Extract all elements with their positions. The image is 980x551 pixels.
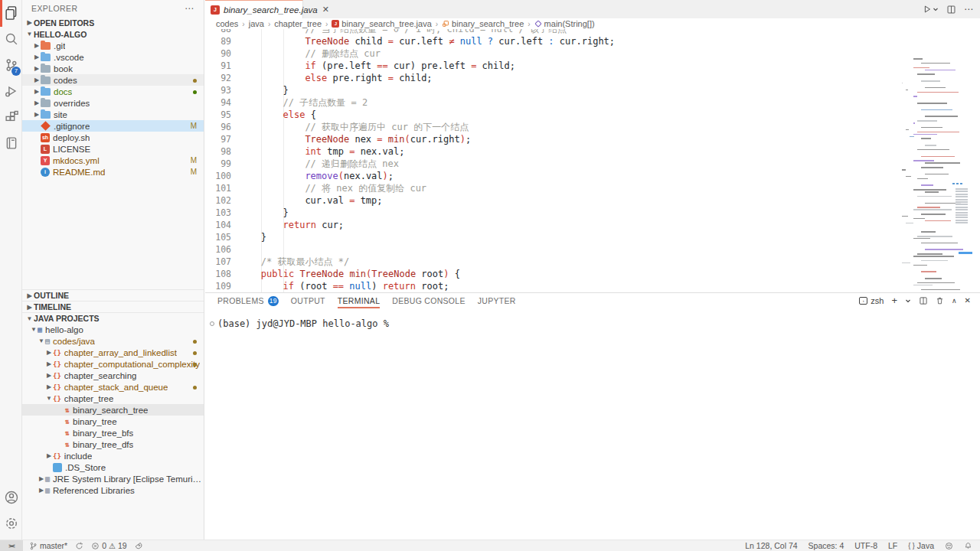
tree-item-license[interactable]: LLICENSE — [22, 143, 204, 155]
code-editor[interactable]: 88// 当子结点数量 = 0 / 1 时, child = null / 该子… — [205, 29, 980, 292]
panel-tab-jupyter[interactable]: JUPYTER — [478, 293, 516, 308]
breadcrumb-binary-search-tree[interactable]: binary_search_tree — [442, 19, 524, 28]
minimap-line — [913, 285, 933, 286]
breadcrumb-java[interactable]: java — [249, 19, 264, 28]
panel-tab-output[interactable]: OUTPUT — [291, 293, 325, 308]
minimap-line — [921, 156, 955, 158]
section-open-editors[interactable]: ▶ OPEN EDITORS — [22, 17, 204, 28]
minimap[interactable] — [911, 58, 972, 292]
run-java-button[interactable] — [922, 4, 939, 15]
new-terminal-button[interactable]: + — [891, 295, 897, 306]
sync-changes-button[interactable] — [75, 542, 83, 550]
code-line-107: 107/* 获取最小结点 */ — [205, 256, 906, 268]
split-editor-icon[interactable] — [946, 5, 956, 15]
sh-file-icon: sh — [41, 133, 50, 142]
tree-item-site[interactable]: ▶site — [22, 109, 204, 120]
eol-setting[interactable]: LF — [888, 541, 897, 550]
tree-item-book[interactable]: ▶book — [22, 63, 204, 74]
encoding-setting[interactable]: UTF-8 — [854, 541, 877, 550]
feedback-smiley-icon[interactable] — [945, 542, 953, 550]
settings-gear-icon[interactable] — [0, 510, 22, 536]
java-item-codes-java[interactable]: ▼▤codes/java — [22, 335, 204, 347]
launch-profile-dropdown[interactable]: › zsh — [859, 296, 884, 305]
java-item-chapter-searching[interactable]: ▶{}chapter_searching — [22, 370, 204, 381]
tree-item--git[interactable]: ▶.git — [22, 40, 204, 51]
folder-icon — [41, 111, 51, 119]
remote-indicator[interactable]: >< — [0, 540, 23, 551]
explorer-more-actions-icon[interactable]: ⋯ — [185, 0, 194, 17]
java-item-chapter-array-and-linkedlist[interactable]: ▶{}chapter_array_and_linkedlist — [22, 347, 204, 358]
breadcrumb-binary-search-tree-java[interactable]: Jbinary_search_tree.java — [332, 19, 431, 28]
java-item-hello-algo[interactable]: ▼▦hello-algo — [22, 324, 204, 335]
search-icon[interactable] — [0, 26, 22, 52]
tree-item-codes[interactable]: ▶codes — [22, 74, 204, 86]
section-outline[interactable]: ▶ OUTLINE — [22, 289, 204, 301]
language-mode[interactable]: { } Java — [908, 541, 934, 550]
code-line-102: 102cur.val = tmp; — [205, 194, 906, 207]
source-control-icon[interactable]: 7 — [0, 52, 22, 78]
line-number: 99 — [205, 158, 231, 170]
minimap-line — [925, 174, 949, 175]
tab-binary-search-tree[interactable]: J binary_search_tree.java ✕ — [205, 0, 303, 18]
java-item-binary-tree[interactable]: ⇅binary_tree — [22, 416, 204, 427]
trash-icon[interactable] — [936, 296, 944, 305]
java-item-include[interactable]: ▶{}include — [22, 450, 204, 461]
java-item-referenced-libraries[interactable]: ▶▥Referenced Libraries — [22, 484, 204, 496]
cursor-position[interactable]: Ln 128, Col 74 — [745, 541, 797, 550]
maximize-panel-icon[interactable]: ∧ — [952, 297, 957, 305]
account-icon[interactable] — [0, 484, 22, 510]
git-branch-status[interactable]: master* — [29, 541, 67, 550]
java-item-jre-system-library-eclipse-temurin-17-17-[interactable]: ▶▥JRE System Library [Eclipse Temurin 17… — [22, 473, 204, 484]
notebook-icon[interactable] — [0, 130, 22, 156]
notifications-bell-icon[interactable] — [964, 542, 972, 550]
indentation-setting[interactable]: Spaces: 4 — [808, 541, 844, 550]
minimap-line — [917, 253, 942, 255]
tree-item-docs[interactable]: ▶docs — [22, 86, 204, 97]
java-item-binary-tree-dfs[interactable]: ⇅binary_tree_dfs — [22, 439, 204, 450]
breadcrumb-codes[interactable]: codes — [216, 19, 238, 28]
java-item--ds-store[interactable]: .DS_Store — [22, 461, 204, 473]
tree-item-mkdocs-yml[interactable]: Ymkdocs.ymlM — [22, 155, 204, 166]
java-item-chapter-tree[interactable]: ▼{}chapter_tree — [22, 393, 204, 404]
section-root-folder[interactable]: ▼ HELLO-ALGO — [22, 28, 204, 40]
rocket-icon — [135, 542, 143, 550]
panel-tab-problems[interactable]: PROBLEMS19 — [217, 293, 279, 308]
chevron-right-icon: ▶ — [45, 452, 53, 459]
tree-item-overrides[interactable]: ▶overrides — [22, 97, 204, 109]
play-icon — [922, 4, 933, 15]
tab-close-icon[interactable]: ✕ — [322, 5, 329, 15]
chevron-down-icon: ▼ — [30, 326, 38, 333]
error-icon — [91, 542, 100, 550]
chevron-down-icon[interactable] — [905, 298, 911, 304]
extensions-icon[interactable] — [0, 104, 22, 130]
section-timeline[interactable]: ▶ TIMELINE — [22, 301, 204, 312]
minimap-line — [921, 260, 948, 262]
java-item-binary-search-tree[interactable]: ⇅binary_search_tree — [22, 404, 204, 416]
breadcrumb-label: main(String[]) — [544, 19, 595, 28]
breadcrumb-chapter-tree[interactable]: chapter_tree — [274, 19, 322, 28]
tree-item-deploy-sh[interactable]: shdeploy.sh — [22, 132, 204, 143]
tree-item-readme-md[interactable]: iREADME.mdM — [22, 166, 204, 178]
terminal[interactable]: (base) jyd@JYD-MBP hello-algo % — [205, 308, 980, 540]
section-java-projects[interactable]: ▼ JAVA PROJECTS — [22, 312, 204, 324]
java-item-binary-tree-bfs[interactable]: ⇅binary_tree_bfs — [22, 427, 204, 439]
split-terminal-icon[interactable] — [919, 296, 928, 305]
problems-status[interactable]: 0 ⚠ 19 — [91, 541, 127, 550]
explorer-icon[interactable] — [0, 0, 22, 26]
chevron-right-icon: ▶ — [25, 304, 34, 311]
item-label: binary_tree_bfs — [73, 429, 133, 438]
breadcrumb-main-string-[interactable]: main(String[]) — [534, 19, 595, 28]
activity-bar-bottom — [0, 484, 22, 536]
sidebar-title: EXPLORER ⋯ — [22, 0, 204, 17]
run-and-debug-icon[interactable] — [0, 78, 22, 104]
java-status-rocket[interactable] — [135, 542, 143, 550]
panel-tab-terminal[interactable]: TERMINAL — [338, 293, 381, 308]
tree-item--vscode[interactable]: ▶.vscode — [22, 51, 204, 63]
minimap-line — [917, 120, 937, 122]
java-item-chapter-stack-and-queue[interactable]: ▶{}chapter_stack_and_queue — [22, 381, 204, 393]
panel-tab-debug-console[interactable]: DEBUG CONSOLE — [392, 293, 466, 308]
java-item-chapter-computational-complexity[interactable]: ▶{}chapter_computational_complexity — [22, 358, 204, 370]
tree-item--gitignore[interactable]: .gitignoreM — [22, 120, 204, 132]
more-actions-icon[interactable]: ⋯ — [964, 4, 974, 15]
close-panel-icon[interactable]: ✕ — [965, 296, 971, 305]
